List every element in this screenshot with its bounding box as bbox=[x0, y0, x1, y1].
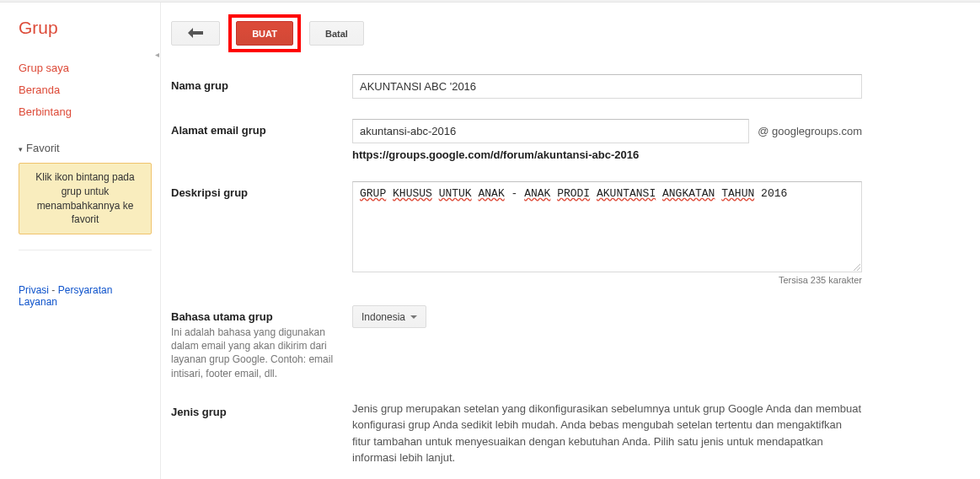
char-remaining: Tersisa 235 karakter bbox=[352, 275, 862, 285]
sidebar: Grup Grup saya Beranda Berbintang Favori… bbox=[0, 3, 160, 316]
language-dropdown[interactable]: Indonesia bbox=[352, 305, 426, 328]
privacy-link[interactable]: Privasi bbox=[19, 284, 49, 296]
label-group-type: Jenis grup bbox=[171, 401, 352, 418]
resize-handle-icon[interactable] bbox=[852, 262, 860, 271]
email-domain-suffix: @ googlegroups.com bbox=[758, 125, 862, 137]
highlight-create: BUAT bbox=[228, 14, 301, 52]
favorites-tip: Klik ikon bintang pada grup untuk menamb… bbox=[19, 163, 152, 234]
group-email-input[interactable] bbox=[352, 119, 749, 143]
label-group-name: Nama grup bbox=[171, 74, 352, 92]
label-primary-lang: Bahasa utama grup Ini adalah bahasa yang… bbox=[171, 305, 352, 380]
svg-line-1 bbox=[857, 267, 860, 271]
group-type-info: Jenis grup merupakan setelan yang dikonf… bbox=[352, 401, 862, 466]
create-button[interactable]: BUAT bbox=[236, 21, 293, 46]
favorites-header[interactable]: Favorit bbox=[19, 142, 152, 154]
group-desc-textarea[interactable]: GRUP KHUSUS UNTUK ANAK - ANAK PRODI AKUN… bbox=[352, 181, 862, 272]
desc-text: GRUP KHUSUS UNTUK ANAK - ANAK PRODI AKUN… bbox=[360, 187, 787, 200]
group-url: https://groups.google.com/d/forum/akunta… bbox=[352, 148, 862, 161]
label-group-email: Alamat email grup bbox=[171, 119, 352, 137]
main-content: BUAT Batal Nama grup Alamat email grup @… bbox=[160, 3, 980, 479]
cancel-button[interactable]: Batal bbox=[309, 21, 364, 46]
sidebar-divider bbox=[19, 250, 152, 250]
label-group-desc: Deskripsi grup bbox=[171, 181, 352, 199]
footer-links: Privasi - Persyaratan Layanan bbox=[19, 284, 152, 308]
sidebar-item-my-groups[interactable]: Grup saya bbox=[19, 62, 152, 74]
chevron-down-icon bbox=[410, 315, 417, 319]
svg-line-0 bbox=[854, 264, 860, 271]
back-button[interactable] bbox=[171, 21, 220, 46]
sidebar-item-home[interactable]: Beranda bbox=[19, 83, 152, 96]
back-arrow-icon bbox=[188, 28, 203, 40]
group-name-input[interactable] bbox=[352, 74, 862, 99]
toolbar: BUAT Batal bbox=[171, 14, 862, 52]
language-value: Indonesia bbox=[361, 311, 405, 323]
app-logo: Grup bbox=[19, 18, 152, 38]
label-primary-lang-sub: Ini adalah bahasa yang digunakan dalam e… bbox=[171, 326, 352, 380]
sidebar-item-starred[interactable]: Berbintang bbox=[19, 105, 152, 118]
